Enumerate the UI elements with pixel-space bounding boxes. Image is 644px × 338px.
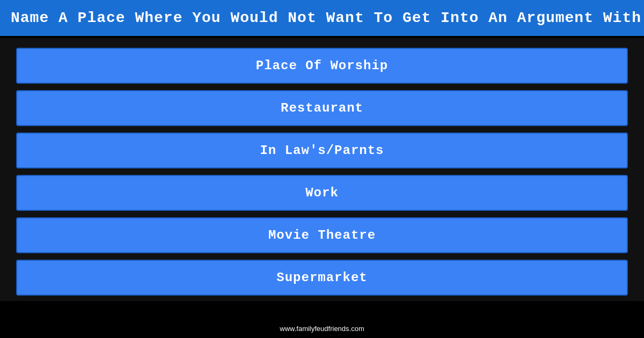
footer: www.familyfeudfriends.com	[0, 320, 644, 338]
answers-container: Place Of WorshipRestaurantIn Law's/Parnt…	[0, 38, 644, 301]
answer-text: Work	[305, 186, 339, 200]
header: Name A Place Where You Would Not Want To…	[0, 0, 644, 38]
answer-text: Place Of Worship	[256, 58, 388, 73]
header-text: Name A Place Where You Would Not Want To…	[11, 10, 644, 26]
answer-row[interactable]: Supermarket	[16, 260, 628, 296]
answer-row[interactable]: Movie Theatre	[16, 217, 628, 253]
answer-row[interactable]: Place Of Worship	[16, 48, 628, 84]
answer-row[interactable]: Work	[16, 175, 628, 211]
answer-row[interactable]: Restaurant	[16, 90, 628, 126]
answer-row[interactable]: In Law's/Parnts	[16, 133, 628, 168]
footer-url: www.familyfeudfriends.com	[280, 325, 364, 333]
answer-text: Supermarket	[276, 270, 367, 285]
answer-text: Restaurant	[281, 101, 363, 115]
answer-text: In Law's/Parnts	[260, 143, 384, 158]
answer-text: Movie Theatre	[268, 228, 376, 243]
